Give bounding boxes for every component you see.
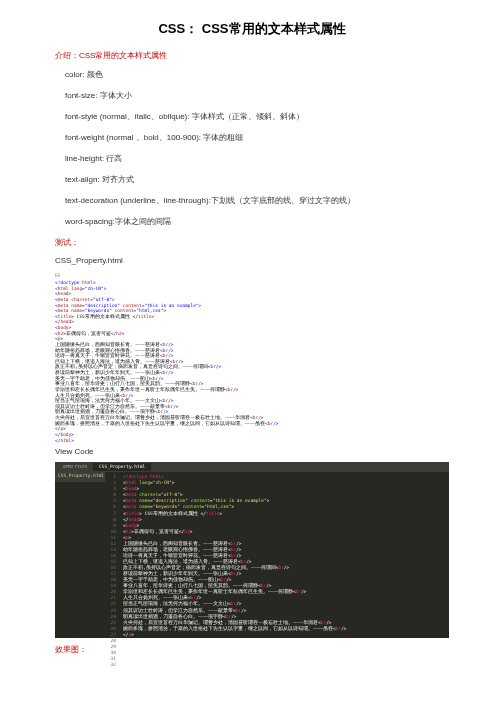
prop-font-size: font-size: 字体大小 (65, 90, 449, 101)
intro-heading: 介绍：CSS常用的文本样式属性 (55, 50, 449, 61)
prop-text-align: text-align: 对齐方式 (65, 174, 449, 185)
editor-tabbar: OPEN FILES CSS_Property.html (55, 462, 449, 472)
view-code-link[interactable]: View Code (55, 447, 449, 456)
prop-text-decoration: text-decoration (underline、line-through)… (65, 195, 449, 206)
prop-line-height: line-height: 行高 (65, 153, 449, 164)
page-title: CSS： CSS常用的文本样式属性 (55, 20, 449, 38)
prop-word-spacing: word-spacing:字体之间的间隔 (65, 216, 449, 227)
editor-tab[interactable]: CSS_Property.html (93, 463, 151, 471)
property-list: color: 颜色 font-size: 字体大小 font-style (no… (65, 69, 449, 227)
prop-color: color: 颜色 (65, 69, 449, 80)
prop-font-style: font-style (normal、italic、oblique): 字体样式… (65, 111, 449, 122)
open-files-label: OPEN FILES (59, 462, 91, 471)
test-heading: 测试： (55, 237, 449, 248)
code-editor-dark: OPEN FILES CSS_Property.html CSS_Propert… (55, 462, 449, 638)
editor-gutter: 1234567891011121314151617181920212223242… (105, 472, 119, 638)
code-block-light: <!doctype html><html lang="zh-CN"> <head… (55, 280, 449, 443)
editor-sidebar-file[interactable]: CSS_Property.html (55, 472, 105, 482)
prop-font-weight: font-weight (normal 、bold、100-900): 字体的粗… (65, 132, 449, 143)
filename-label: CSS_Property.html (55, 256, 449, 265)
editor-code-area: <!doctype html><html lang="zh-CN"> <head… (119, 472, 449, 638)
code-toggle-icon[interactable]: ⊟ (55, 271, 449, 278)
